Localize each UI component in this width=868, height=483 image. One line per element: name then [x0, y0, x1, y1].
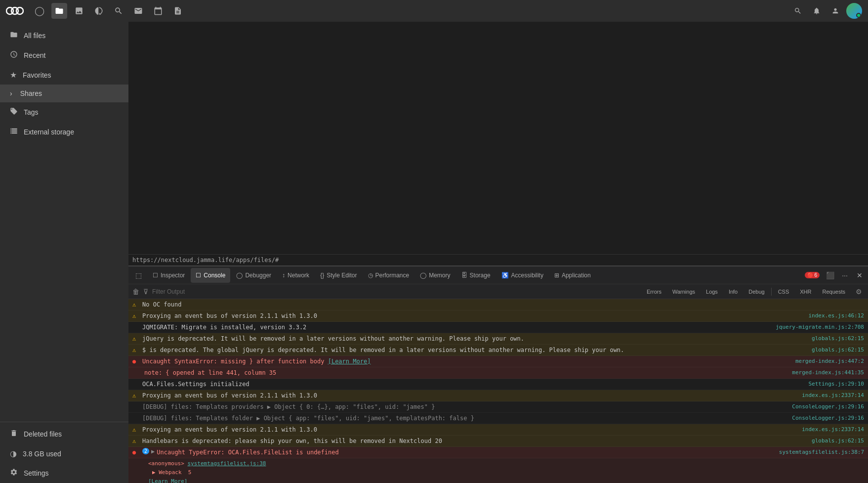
- tab-debugger[interactable]: ◯ Debugger: [231, 268, 276, 283]
- calendar-nav-icon[interactable]: [150, 3, 166, 19]
- msg-text: JQMIGRATE: Migrate is installed, version…: [142, 323, 772, 332]
- search-nav-icon[interactable]: [111, 3, 126, 19]
- close-devtools-btn[interactable]: ✕: [853, 269, 866, 282]
- activity-nav-icon[interactable]: [91, 3, 107, 19]
- sidebar-item-label: Deleted files: [24, 430, 62, 438]
- network-tab-icon: ↕: [282, 272, 285, 279]
- overflow-btn[interactable]: ···: [838, 269, 851, 282]
- clock-icon: [10, 50, 18, 60]
- tab-network[interactable]: ↕ Network: [277, 268, 314, 283]
- sidebar-item-deleted-files[interactable]: Deleted files: [0, 424, 128, 444]
- console-msg-debug1: [DEBUG] files: Templates providers ▶ Obj…: [128, 401, 868, 413]
- devtools-inspector-btn[interactable]: ⬚: [130, 268, 147, 283]
- settings-icon: [10, 468, 18, 478]
- avatar[interactable]: [846, 3, 862, 19]
- dock-btn[interactable]: ⬛: [824, 269, 836, 282]
- msg-badge-2: 2: [142, 448, 149, 454]
- warn-icon: ⚠: [132, 312, 140, 319]
- msg-text: $ is deprecated. The global jQuery is de…: [142, 346, 808, 354]
- filter-errors-btn[interactable]: Errors: [642, 287, 666, 296]
- folder-nav-icon[interactable]: [51, 3, 67, 19]
- trash-console-icon[interactable]: 🗑: [132, 288, 139, 296]
- learn-more-link[interactable]: [Learn More]: [328, 358, 371, 365]
- search-right-icon[interactable]: [790, 3, 806, 19]
- tab-style-editor[interactable]: {} Style Editor: [315, 268, 362, 283]
- devtools-actions: 🔴 6 ⬛ ··· ✕: [805, 269, 866, 282]
- devtools-tabs-bar: ⬚ ☐ Inspector ☐ Console ◯ Debugger ↕ Net…: [128, 266, 868, 284]
- msg-source[interactable]: jquery-migrate.min.js:2:708: [776, 324, 864, 330]
- filter-requests-btn[interactable]: Requests: [818, 287, 850, 296]
- sidebar-item-tags[interactable]: Tags: [0, 102, 128, 122]
- console-msg-jquery1: ⚠ jQuery is deprecated. It will be remov…: [128, 333, 868, 345]
- notes-nav-icon[interactable]: [170, 3, 186, 19]
- storage-tab-icon: 🗄: [461, 272, 467, 279]
- filter-logs-btn[interactable]: Logs: [702, 287, 722, 296]
- learn-more-link1[interactable]: [Learn More]: [148, 478, 187, 483]
- msg-source[interactable]: index.es.js:46:12: [808, 312, 864, 319]
- filter-warnings-btn[interactable]: Warnings: [668, 287, 700, 296]
- msg-source[interactable]: index.es.js:2337:14: [802, 392, 864, 398]
- console-msg-jquery2: ⚠ $ is deprecated. The global jQuery is …: [128, 345, 868, 356]
- tab-memory[interactable]: ◯ Memory: [415, 268, 455, 283]
- console-msg-typeerror1: ● 2 ▶ Uncaught TypeError: OCA.Files.File…: [128, 447, 868, 458]
- app-tab-icon: ⊞: [554, 272, 559, 279]
- sidebar-item-favorites[interactable]: ★ Favorites: [0, 65, 128, 85]
- msg-text: Uncaught TypeError: OCA.Files.FileList i…: [157, 448, 775, 457]
- filter-debug-btn[interactable]: Debug: [744, 287, 769, 296]
- msg-source[interactable]: systemtagsfilelist.js:38:7: [779, 449, 864, 455]
- msg-source[interactable]: globals.js:62:15: [812, 347, 864, 353]
- expand-arrow[interactable]: ▶: [151, 448, 155, 455]
- msg-source[interactable]: ConsoleLogger.js:29:16: [792, 403, 864, 410]
- msg-source[interactable]: Settings.js:29:10: [808, 381, 864, 387]
- warn-icon: ⚠: [132, 392, 140, 399]
- sidebar-item-external-storage[interactable]: External storage: [0, 122, 128, 142]
- sidebar-item-all-files[interactable]: All files: [0, 26, 128, 45]
- tab-storage[interactable]: 🗄 Storage: [456, 268, 496, 283]
- user-icon[interactable]: [827, 3, 843, 19]
- anon-link[interactable]: systemtagsfilelist.js:38: [187, 460, 266, 467]
- image-nav-icon[interactable]: [71, 3, 87, 19]
- msg-source[interactable]: ConsoleLogger.js:29:16: [792, 415, 864, 421]
- sidebar-item-recent[interactable]: Recent: [0, 45, 128, 65]
- console-msg-syntax-error: ● Uncaught SyntaxError: missing } after …: [128, 356, 868, 367]
- tab-console[interactable]: ☐ Console: [191, 268, 230, 283]
- url-bar: https://nextcloud.jamma.life/apps/files/…: [128, 254, 868, 265]
- warn-icon: ⚠: [132, 438, 140, 444]
- nc-logo[interactable]: [6, 4, 24, 17]
- msg-text: jQuery is deprecated. It will be removed…: [142, 334, 808, 343]
- inspector-tab-icon: ☐: [153, 272, 158, 279]
- msg-source[interactable]: merged-index.js:447:2: [795, 358, 864, 364]
- msg-text: Proxying an event bus of version 2.1.1 w…: [142, 391, 798, 400]
- filter-css-btn[interactable]: CSS: [774, 287, 794, 296]
- console-toolbar: 🗑 ⊽ Errors Warnings Logs Info Debug CSS …: [128, 284, 868, 299]
- console-msg-debug2: [DEBUG] files: Templates folder ▶ Object…: [128, 413, 868, 424]
- inspect-icon: ⬚: [135, 271, 142, 279]
- circle-nav-icon[interactable]: ◯: [32, 3, 47, 19]
- msg-text: Proxying an event bus of version 2.1.1 w…: [142, 425, 798, 434]
- url-text: https://nextcloud.jamma.life/apps/files/…: [132, 257, 279, 263]
- tab-performance[interactable]: ◷ Performance: [363, 268, 414, 283]
- sidebar-item-shares[interactable]: › Shares: [0, 85, 128, 102]
- msg-text: <anonymous> systemtagsfilelist.js:38 ▶ W…: [148, 459, 864, 483]
- console-messages: ⚠ No OC found ⚠ Proxying an event bus of…: [128, 299, 868, 483]
- tab-inspector[interactable]: ☐ Inspector: [148, 268, 190, 283]
- memory-tab-icon: ◯: [420, 272, 426, 279]
- msg-source[interactable]: index.es.js:2337:14: [802, 426, 864, 433]
- filter-buttons: Errors Warnings Logs Info Debug CSS XHR …: [642, 287, 850, 296]
- notification-icon[interactable]: [809, 3, 825, 19]
- filter-info-btn[interactable]: Info: [724, 287, 742, 296]
- sidebar-item-settings[interactable]: Settings: [0, 463, 128, 483]
- settings-console-icon[interactable]: ⚙: [854, 287, 864, 297]
- sidebar-item-label: Shares: [20, 89, 42, 97]
- tab-application[interactable]: ⊞ Application: [549, 268, 596, 283]
- mail-nav-icon[interactable]: [130, 3, 146, 19]
- msg-source[interactable]: globals.js:62:15: [812, 438, 864, 444]
- console-tab-icon: ☐: [196, 272, 201, 279]
- msg-source[interactable]: merged-index.js:441:35: [792, 369, 864, 376]
- sidebar-item-storage[interactable]: ◑ 3.8 GB used: [0, 444, 128, 463]
- error-icon: ●: [132, 449, 140, 456]
- filter-xhr-btn[interactable]: XHR: [795, 287, 816, 296]
- tab-accessibility[interactable]: ♿ Accessibility: [496, 268, 548, 283]
- console-filter-input[interactable]: [152, 288, 638, 295]
- msg-source[interactable]: globals.js:62:15: [812, 335, 864, 342]
